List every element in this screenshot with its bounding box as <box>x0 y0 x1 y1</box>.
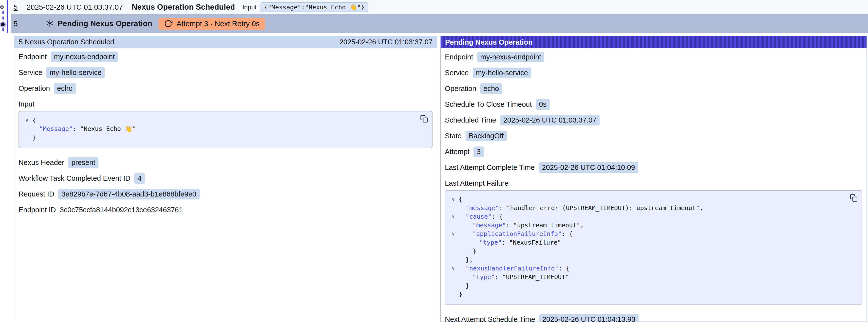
gutter-spacer <box>22 133 32 142</box>
json-line-content: } <box>32 133 36 142</box>
scheduled-event-panel: 5 Nexus Operation Scheduled 2025-02-26 U… <box>14 36 437 322</box>
field-row-workflow-task-completed-event-id: Workflow Task Completed Event ID4 <box>19 173 433 184</box>
json-key: "type" <box>472 273 495 281</box>
chevron-down-icon[interactable]: ∨ <box>22 116 32 125</box>
gutter-spacer <box>448 255 459 264</box>
gutter-spacer <box>448 273 459 281</box>
field-row-operation: Operationecho <box>19 83 433 94</box>
json-line-content: "message": "upstream timeout", <box>459 221 584 229</box>
json-text: : "handler error (UPSTREAM_TIMEOUT): ups… <box>499 204 703 212</box>
timeline-accent-bar <box>7 0 8 33</box>
gutter-spacer <box>448 290 459 298</box>
field-value-badge: echo <box>480 83 502 94</box>
field-label: Schedule To Close Timeout <box>445 100 532 108</box>
gutter-spacer <box>22 125 32 133</box>
event-title: Nexus Operation Scheduled <box>132 3 235 11</box>
json-line-content: }, <box>459 255 473 264</box>
json-text: : { <box>492 213 503 220</box>
field-label: Last Attempt Complete Time <box>445 163 535 171</box>
json-code-line: "type": "NexusFailure" <box>448 238 844 247</box>
timeline-dashed-connector <box>2 11 4 33</box>
json-key: "message" <box>472 222 506 229</box>
json-text: : "NexusFailure" <box>502 239 561 246</box>
json-text: } <box>466 282 469 289</box>
json-line-content: "message": "handler error (UPSTREAM_TIME… <box>459 204 703 212</box>
json-code-line: ∨"nexusHandlerFailureInfo": { <box>448 264 844 273</box>
json-code-line: "message": "upstream timeout", <box>448 221 844 229</box>
panel-title: Pending Nexus Operation <box>445 38 533 46</box>
field-row-endpoint-id: Endpoint ID3c0c75ccfa8144b092c13ce632463… <box>19 204 433 215</box>
json-code-line: ∨{ <box>448 195 844 204</box>
asterisk-icon <box>45 19 54 29</box>
json-text: : { <box>558 265 569 272</box>
field-value-badge: my-nexus-endpoint <box>51 52 118 62</box>
pending-operation-panel: Pending Nexus Operation Endpointmy-nexus… <box>440 36 867 322</box>
json-key: "cause" <box>466 213 492 220</box>
scheduled-panel-body: Endpointmy-nexus-endpointServicemy-hello… <box>14 48 437 225</box>
json-line-content: "nexusHandlerFailureInfo": { <box>459 264 569 273</box>
gutter-spacer <box>448 221 459 229</box>
field-row-service: Servicemy-hello-service <box>19 67 433 78</box>
json-text: : "UPSTREAM_TIMEOUT" <box>495 273 569 281</box>
circle-outline-icon <box>0 5 4 9</box>
copy-button[interactable] <box>850 194 858 202</box>
field-row-scheduled-time: Scheduled Time2025-02-26 UTC 01:03:37.07 <box>445 115 862 126</box>
json-line-content: "cause": { <box>459 212 503 221</box>
field-value-badge: 4 <box>134 173 145 184</box>
field-label: State <box>445 132 462 140</box>
panel-title: 5 Nexus Operation Scheduled <box>19 38 114 46</box>
event-id-link[interactable]: 5 <box>11 3 18 11</box>
event-input-chip: {"Message":"Nexus Echo 👋"} <box>260 2 368 12</box>
field-label: Endpoint ID <box>19 206 56 214</box>
json-code-line: } <box>448 290 844 298</box>
chevron-down-icon[interactable]: ∨ <box>448 212 459 221</box>
field-label: Service <box>19 68 42 77</box>
field-row-next-attempt-schedule-time: Next Attempt Schedule Time2025-02-26 UTC… <box>445 314 862 322</box>
json-text: } <box>32 134 36 141</box>
pending-panel-body: Endpointmy-nexus-endpointServicemy-hello… <box>441 48 867 322</box>
field-value-badge: 2025-02-26 UTC 01:04:10.09 <box>538 162 638 173</box>
field-label: Attempt <box>445 148 469 156</box>
json-line-content: { <box>459 195 462 204</box>
field-row-schedule-to-close-timeout: Schedule To Close Timeout0s <box>445 99 862 110</box>
pending-panel-header: Pending Nexus Operation <box>441 36 867 48</box>
dot-icon <box>1 23 5 26</box>
field-label: Operation <box>19 84 50 93</box>
json-key: "message" <box>466 204 499 212</box>
chevron-down-icon[interactable]: ∨ <box>448 229 459 238</box>
json-text: : { <box>562 230 573 237</box>
event-id-link[interactable]: 5 <box>11 20 18 28</box>
field-label: Nexus Header <box>19 159 64 167</box>
field-label: Request ID <box>19 190 54 198</box>
field-value-badge: BackingOff <box>466 131 507 141</box>
copy-button[interactable] <box>420 115 428 123</box>
event-timeline-rail <box>0 0 11 33</box>
json-line-content: { <box>32 116 36 125</box>
json-code-line: } <box>22 133 415 142</box>
gutter-spacer <box>448 204 459 212</box>
field-row-attempt: Attempt3 <box>445 146 862 157</box>
json-text: { <box>32 117 36 124</box>
json-line-content: "type": "NexusFailure" <box>459 238 561 247</box>
field-label: Last Attempt Failure <box>445 179 508 187</box>
json-code-line: } <box>448 247 844 255</box>
retry-attempt-badge: Attempt 3 · Next Retry 0s <box>159 18 265 30</box>
field-row-state: StateBackingOff <box>445 130 862 141</box>
chevron-down-icon[interactable]: ∨ <box>448 195 459 204</box>
json-code-block-input: ∨{"Message": "Nexus Echo 👋"} <box>19 111 433 148</box>
event-row-pending-selected[interactable]: 5 Pending Nexus Operation Attempt 3 · Ne… <box>11 14 868 33</box>
field-value-badge: 0s <box>536 99 550 110</box>
event-title: Pending Nexus Operation <box>58 19 153 28</box>
field-value-link[interactable]: 3c0c75ccfa8144b092c13ce632463761 <box>60 206 183 214</box>
event-row-scheduled[interactable]: 5 2025-02-26 UTC 01:03:37.07 Nexus Opera… <box>11 0 868 14</box>
json-text: : "upstream timeout", <box>506 222 584 229</box>
chevron-down-icon[interactable]: ∨ <box>448 264 459 273</box>
field-row-nexus-header: Nexus Headerpresent <box>19 157 433 168</box>
json-key: "nexusHandlerFailureInfo" <box>466 265 558 272</box>
gutter-spacer <box>448 281 459 290</box>
json-code-line: ∨"cause": { <box>448 212 844 221</box>
gutter-spacer <box>448 247 459 255</box>
field-value-badge: my-nexus-endpoint <box>477 52 545 62</box>
json-line-content: } <box>459 281 469 290</box>
json-key: "applicationFailureInfo" <box>472 230 562 237</box>
